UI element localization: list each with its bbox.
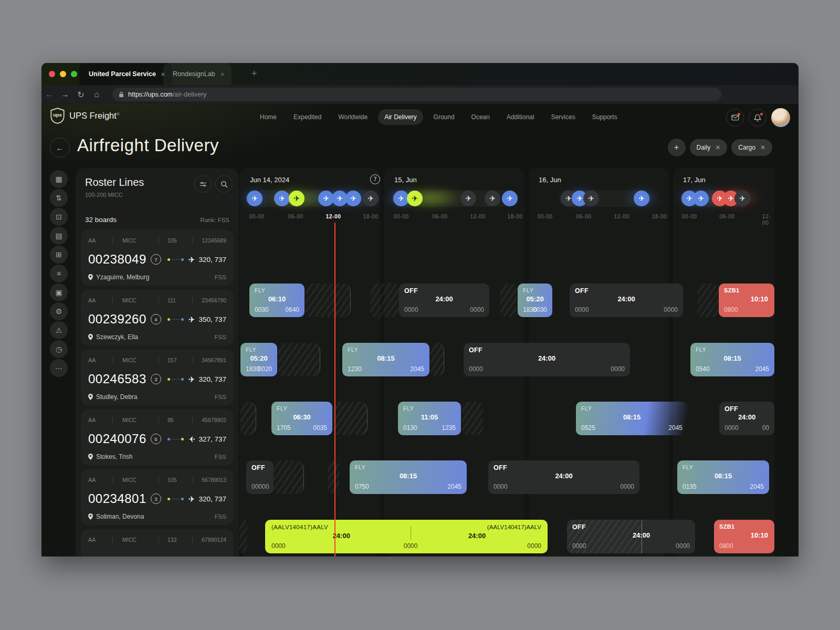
add-filter-button[interactable]: + — [668, 139, 686, 156]
card-duration: 05:20 — [518, 295, 552, 303]
fly-card[interactable]: FLY05:2018300020 — [240, 343, 277, 376]
flight-plane-icon[interactable]: ✈ — [583, 191, 599, 206]
flight-plane-icon[interactable]: ✈ — [634, 191, 649, 206]
off-card[interactable]: OFF24:0000000000 — [488, 460, 639, 494]
maximize-window-button[interactable] — [71, 71, 77, 77]
off-card[interactable]: OFF24:0000000000 — [464, 343, 630, 376]
flight-plane-icon[interactable]: ✈ — [289, 191, 304, 206]
reload-icon[interactable]: ↻ — [73, 90, 89, 100]
card-type-label: FLY — [682, 464, 693, 470]
flight-plane-icon[interactable]: ✈ — [734, 191, 750, 206]
card-duration: 08:15 — [576, 413, 688, 421]
back-button[interactable]: ← — [50, 138, 70, 158]
time-tick: 12-00 — [326, 213, 341, 219]
card-duration: 06:30 — [271, 413, 332, 421]
duty-card[interactable]: (AALV140417)AALV(AALV140417)AALV24:0024:… — [265, 520, 548, 553]
fly-card[interactable]: FLY06:3017050035 — [271, 402, 332, 435]
flight-plane-icon[interactable]: ✈ — [407, 191, 423, 206]
chip-label: Cargo — [738, 144, 755, 151]
forward-icon[interactable]: → — [57, 90, 73, 99]
chip-remove-icon[interactable]: ✕ — [760, 144, 765, 151]
flight-plane-icon[interactable]: ✈ — [345, 191, 361, 206]
fly-card[interactable]: FLY08:1501352045 — [677, 460, 769, 494]
card-start-time: 0000 — [494, 483, 508, 490]
fly-card[interactable]: FLY08:1512302045 — [342, 343, 429, 376]
browser-tab[interactable]: RondesignLab× — [163, 63, 232, 85]
card-type-label: OFF — [724, 405, 738, 413]
alert-card[interactable]: SZB110:100800 — [719, 284, 774, 317]
nav-item-services[interactable]: Services — [545, 109, 582, 125]
card-duration: 08:15 — [342, 354, 429, 362]
duty-divider — [411, 526, 411, 540]
fly-card[interactable]: FLY08:1505402045 — [690, 343, 774, 376]
fly-card[interactable]: FLY06:1000300640 — [249, 284, 304, 317]
alert-card[interactable]: SZB110:100800 — [714, 520, 774, 553]
card-start-time: 0130 — [403, 424, 417, 432]
flight-plane-icon[interactable]: ✈ — [502, 191, 518, 206]
messages-button[interactable] — [726, 109, 744, 127]
url-text: https://ups.com/air-delivery — [128, 91, 206, 98]
off-card[interactable]: OFF24:0000000000 — [399, 284, 489, 317]
address-bar[interactable]: https://ups.com/air-delivery — [112, 88, 721, 101]
card-type-label: FLY — [348, 346, 358, 353]
filter-chip-daily[interactable]: Daily✕ — [690, 139, 728, 156]
chip-remove-icon[interactable]: ✕ — [715, 144, 720, 151]
brand[interactable]: ups UPS Freight® — [50, 108, 120, 124]
card-start-time: 0540 — [696, 365, 710, 373]
nav-item-home[interactable]: Home — [254, 109, 283, 125]
flight-plane-icon[interactable]: ✈ — [693, 191, 709, 206]
flight-plane-icon[interactable]: ✈ — [485, 191, 500, 206]
unassigned-slot — [239, 520, 247, 553]
off-card[interactable]: OFF24:00000000 — [719, 402, 774, 435]
notifications-button[interactable] — [749, 109, 766, 127]
home-icon[interactable]: ⌂ — [89, 90, 104, 99]
fly-card[interactable]: FLY08:1505252045 — [576, 402, 688, 435]
nav-item-ocean[interactable]: Ocean — [465, 109, 496, 125]
close-window-button[interactable] — [49, 71, 55, 77]
new-tab-button[interactable]: + — [251, 68, 257, 79]
flight-plane-icon[interactable]: ✈ — [274, 191, 290, 206]
time-tick: 12-00 — [614, 213, 629, 219]
off-hatch-overlay — [567, 520, 642, 553]
card-type-label: FLY — [355, 464, 365, 470]
browser-tab[interactable]: United Parcel Service× — [79, 63, 172, 85]
off-card[interactable]: OFF00000 — [246, 460, 274, 494]
nav-item-expedited[interactable]: Expedited — [287, 109, 328, 125]
card-start-time: 00000 — [251, 483, 269, 490]
fly-card[interactable]: FLY08:1507502045 — [350, 460, 467, 494]
app-header: ups UPS Freight® HomeExpeditedWorldwideA… — [41, 104, 799, 130]
card-end-time: 0000 — [611, 365, 625, 373]
flight-plane-icon[interactable]: ✈ — [363, 191, 379, 206]
fly-card[interactable]: FLY05:2018300030 — [518, 284, 552, 317]
tab-close-icon[interactable]: × — [220, 70, 225, 78]
back-icon[interactable]: ← — [41, 90, 57, 99]
user-avatar[interactable] — [771, 108, 790, 127]
browser-window: United Parcel Service×RondesignLab× + ← … — [41, 63, 799, 556]
fly-card[interactable]: FLY11:0501301235 — [398, 402, 461, 435]
flight-plane-icon[interactable]: ✈ — [247, 191, 262, 206]
nav-item-supports[interactable]: Supports — [586, 109, 624, 125]
flight-plane-icon[interactable]: ✈ — [460, 191, 476, 206]
card-duration: 24:00 — [399, 295, 489, 303]
card-type-label: OFF — [469, 346, 482, 354]
card-start-time: 0525 — [581, 424, 595, 432]
time-tick: 12-00 — [762, 213, 771, 226]
off-card[interactable]: OFF24:0000000000 — [570, 284, 683, 317]
nav-item-air-delivery[interactable]: Air Delivery — [378, 109, 423, 125]
off-card[interactable]: OFF24:0000000000 — [567, 520, 695, 553]
browser-tabbar: United Parcel Service×RondesignLab× + — [41, 63, 799, 85]
card-start-time: 0030 — [255, 306, 269, 313]
nav-item-additional[interactable]: Additional — [500, 109, 541, 125]
card-start-time: 0750 — [355, 483, 369, 490]
card-duration: 05:20 — [240, 354, 277, 362]
card-duration: 24:00 — [719, 413, 774, 421]
filter-chip-cargo[interactable]: Cargo✕ — [731, 139, 772, 156]
nav-item-worldwide[interactable]: Worldwide — [332, 109, 374, 125]
nav-item-ground[interactable]: Ground — [427, 109, 461, 125]
browser-urlbar: ← → ↻ ⌂ https://ups.com/air-delivery ☆ ⋮ — [41, 85, 799, 104]
time-tick: 06-00 — [433, 213, 448, 219]
window-controls — [49, 71, 77, 77]
off-divider — [642, 520, 642, 553]
card-end-time: 0000 — [664, 306, 678, 313]
minimize-window-button[interactable] — [60, 71, 66, 77]
